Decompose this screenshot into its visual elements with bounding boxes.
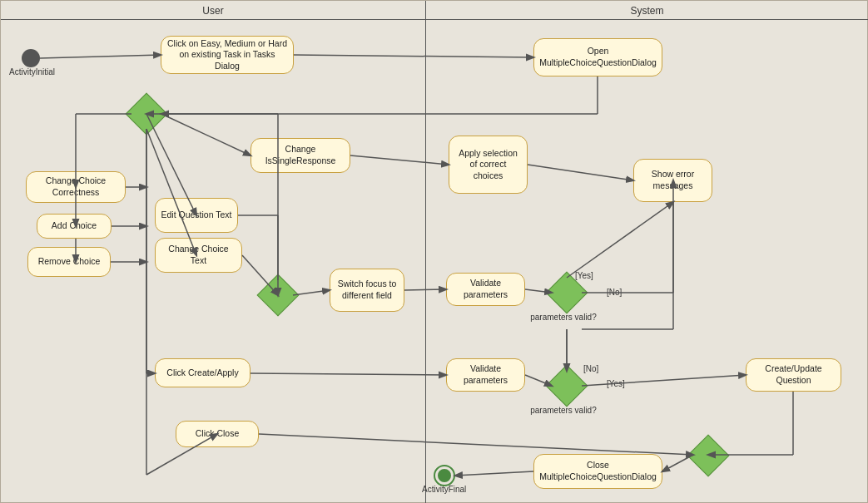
activity-final-inner — [438, 469, 451, 482]
node-validate-2: Validate parameters — [446, 358, 525, 392]
diamond-1 — [126, 93, 168, 136]
label-params-valid-1: parameters valid? — [530, 313, 597, 322]
node-click-close: Click Close — [176, 421, 259, 447]
node-validate-1: Validate parameters — [446, 273, 525, 306]
activity-final-label: ActivityFinal — [422, 485, 466, 494]
svg-line-7 — [528, 165, 633, 180]
node-change-issingle: Change IsSingleResponse — [250, 138, 350, 173]
diagram-container: User System ActivityInitial Click on Eas… — [0, 0, 868, 503]
svg-line-39 — [259, 434, 693, 455]
svg-line-16 — [146, 129, 196, 255]
node-click-on-easy: Click on Easy, Medium or Hard on existin… — [161, 36, 294, 74]
svg-line-42 — [455, 471, 533, 476]
node-open-dialog: Open MultipleChoiceQuestionDialog — [533, 38, 662, 76]
svg-line-5 — [161, 114, 250, 155]
label-no-1: [No] — [607, 288, 622, 297]
label-yes-2: [Yes] — [607, 379, 625, 388]
svg-line-0 — [40, 55, 161, 58]
node-create-update: Create/Update Question — [746, 358, 841, 392]
activity-initial-circle — [22, 49, 40, 67]
label-no-2: [No] — [583, 364, 598, 373]
column-divider — [425, 1, 426, 503]
node-change-choice-correctness: Change Choice Correctness — [26, 171, 126, 203]
column-header-user: User — [1, 5, 425, 17]
node-add-choice: Add Choice — [37, 214, 112, 239]
diamond-5 — [687, 435, 730, 477]
node-apply-selection: Apply selection of correct choices — [449, 136, 528, 194]
arrows-svg — [1, 1, 868, 503]
activity-final-circle — [434, 465, 455, 486]
svg-line-1 — [294, 55, 533, 57]
activity-initial-label: ActivityInitial — [9, 67, 55, 76]
node-change-choice-text: Change Choice Text — [155, 238, 242, 273]
node-show-error: Show error messages — [633, 159, 712, 202]
label-yes-1: [Yes] — [575, 271, 593, 280]
svg-line-6 — [350, 155, 449, 165]
label-params-valid-2: parameters valid? — [530, 406, 597, 415]
diamond-2 — [257, 274, 300, 317]
node-remove-choice: Remove Choice — [27, 247, 111, 277]
column-header-system: System — [425, 5, 868, 17]
node-edit-question-text: Edit Question Text — [155, 198, 238, 233]
svg-line-33 — [250, 373, 446, 375]
node-close-dialog: Close MultipleChoiceQuestionDialog — [533, 454, 662, 489]
node-switch-focus: Switch focus to different field — [330, 269, 404, 312]
header-border — [1, 19, 868, 20]
node-click-create-apply: Click Create/Apply — [155, 358, 250, 387]
svg-line-23 — [567, 202, 673, 278]
diamond-4 — [546, 365, 588, 407]
